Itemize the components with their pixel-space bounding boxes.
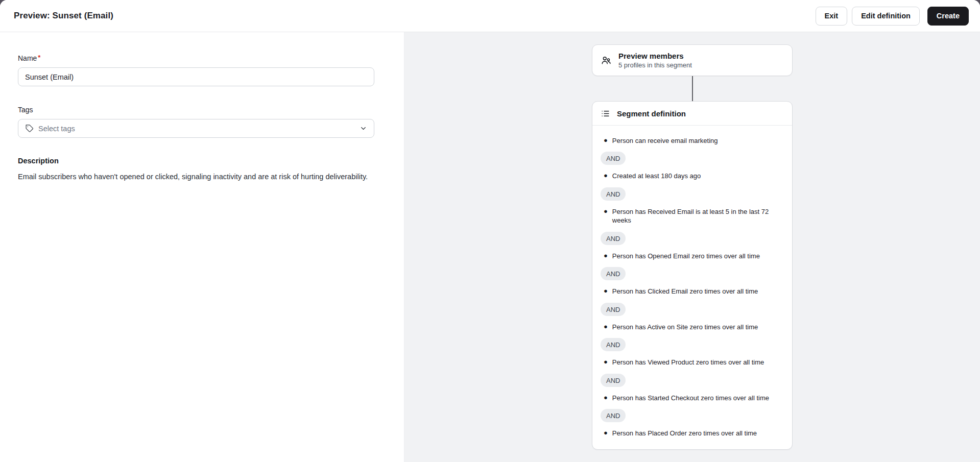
node-connector-line: [692, 76, 693, 101]
condition-item: ●︎Person can receive email marketing: [604, 136, 784, 145]
and-operator-pill: AND: [601, 409, 626, 422]
and-operator-pill: AND: [601, 374, 626, 387]
edit-definition-button[interactable]: Edit definition: [852, 7, 920, 26]
condition-text: Created at least 180 days ago: [612, 172, 701, 181]
condition-item: ●︎Person has Placed Order zero times ove…: [604, 429, 784, 438]
bullet-icon: ●︎: [604, 394, 608, 402]
tags-field-group: Tags Select tags: [18, 105, 375, 138]
bullet-icon: ●︎: [604, 252, 608, 260]
and-operator-pill: AND: [601, 267, 626, 280]
bullet-icon: ●︎: [604, 172, 608, 180]
preview-members-text: Preview members 5 profiles in this segme…: [618, 52, 692, 69]
description-group: Description Email subscribers who haven'…: [18, 157, 375, 182]
condition-item: ●︎Created at least 180 days ago: [604, 172, 784, 181]
condition-item: ●︎Person has Started Checkout zero times…: [604, 394, 784, 403]
condition-text: Person can receive email marketing: [612, 136, 718, 145]
tags-label: Tags: [18, 106, 33, 114]
bullet-icon: ●︎: [604, 358, 608, 367]
tag-icon: [25, 124, 34, 133]
bullet-icon: ●︎: [604, 287, 608, 296]
bullet-icon: ●︎: [604, 429, 608, 437]
condition-text: Person has Started Checkout zero times o…: [612, 394, 769, 403]
condition-text: Person has Opened Email zero times over …: [612, 252, 760, 261]
content-split: Name* Tags Select tags Description Emai: [0, 32, 980, 462]
segment-definition-card: Segment definition ●︎Person can receive …: [592, 101, 793, 450]
preview-members-title: Preview members: [618, 52, 692, 60]
segment-definition-body: ●︎Person can receive email marketing AND…: [592, 126, 792, 449]
required-asterisk: *: [38, 54, 40, 61]
top-bar-actions: Exit Edit definition Create: [816, 7, 969, 26]
tags-select[interactable]: Select tags: [18, 119, 374, 138]
chevron-down-icon: [360, 125, 367, 132]
description-text: Email subscribers who haven't opened or …: [18, 172, 375, 182]
condition-item: ●︎Person has Opened Email zero times ove…: [604, 252, 784, 261]
and-operator-pill: AND: [601, 152, 626, 165]
condition-item: ●︎Person has Active on Site zero times o…: [604, 323, 784, 332]
segment-definition-header: Segment definition: [592, 102, 792, 126]
tags-placeholder: Select tags: [38, 125, 355, 133]
and-operator-pill: AND: [601, 232, 626, 245]
bullet-icon: ●︎: [604, 323, 608, 331]
condition-text: Person has Received Email is at least 5 …: [612, 207, 784, 225]
description-label: Description: [18, 157, 375, 165]
segment-preview-modal: Preview: Sunset (Email) Exit Edit defini…: [0, 0, 980, 462]
condition-text: Person has Placed Order zero times over …: [612, 429, 757, 438]
page-title: Preview: Sunset (Email): [14, 11, 113, 21]
segment-canvas-panel: Preview members 5 profiles in this segme…: [404, 32, 980, 462]
condition-text: Person has Clicked Email zero times over…: [612, 287, 758, 296]
name-input[interactable]: [18, 67, 374, 86]
and-operator-pill: AND: [601, 303, 626, 316]
condition-item: ●︎Person has Received Email is at least …: [604, 207, 784, 225]
name-field-group: Name*: [18, 54, 375, 86]
condition-text: Person has Viewed Product zero times ove…: [612, 358, 764, 367]
condition-item: ●︎Person has Viewed Product zero times o…: [604, 358, 784, 367]
and-operator-pill: AND: [601, 338, 626, 351]
segment-definition-title: Segment definition: [617, 109, 686, 118]
details-form-panel: Name* Tags Select tags Description Emai: [0, 32, 404, 462]
exit-button[interactable]: Exit: [816, 7, 848, 26]
bullet-icon: ●︎: [604, 207, 608, 216]
and-operator-pill: AND: [601, 187, 626, 201]
list-icon: [601, 109, 610, 118]
top-bar: Preview: Sunset (Email) Exit Edit defini…: [0, 0, 980, 32]
preview-members-card[interactable]: Preview members 5 profiles in this segme…: [592, 44, 793, 76]
users-icon: [601, 55, 612, 66]
name-label: Name: [18, 54, 37, 62]
create-button[interactable]: Create: [927, 7, 969, 26]
condition-item: ●︎Person has Clicked Email zero times ov…: [604, 287, 784, 296]
condition-text: Person has Active on Site zero times ove…: [612, 323, 758, 332]
preview-members-count: 5 profiles in this segment: [618, 61, 692, 69]
bullet-icon: ●︎: [604, 136, 608, 145]
